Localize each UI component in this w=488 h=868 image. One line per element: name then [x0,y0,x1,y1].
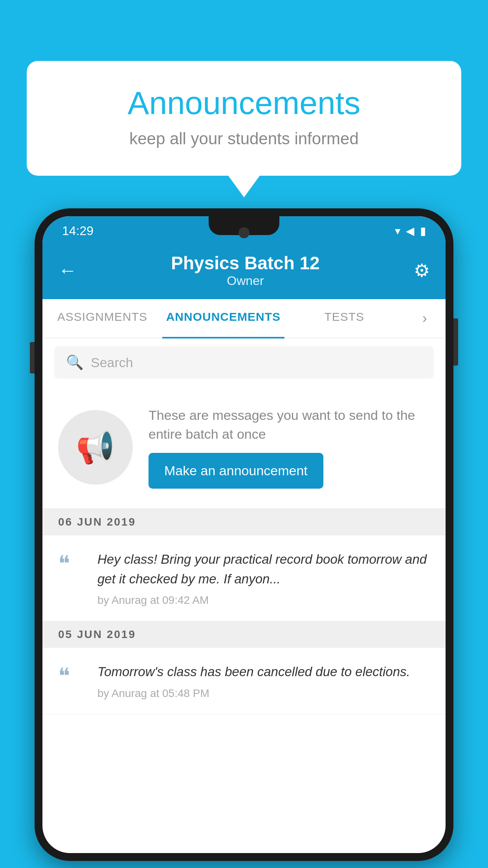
phone-screen: 14:29 ▾ ◀ ▮ ← Physics Batch 12 Owner ⚙ [42,216,446,853]
bubble-title: Announcements [58,85,430,121]
announcement-meta-1: by Anurag at 09:42 AM [97,594,430,607]
megaphone-icon: 📢 [76,429,115,466]
app-bar-title: Physics Batch 12 [171,252,319,274]
app-bar-subtitle: Owner [171,274,319,288]
phone-notch [209,216,279,235]
promo-area: 📢 These are messages you want to send to… [42,386,446,509]
date-separator-2: 05 JUN 2019 [42,621,446,648]
announcement-text-1: Hey class! Bring your practical record b… [97,550,430,588]
signal-icon: ◀ [406,224,415,237]
tab-tests[interactable]: TESTS [284,299,404,338]
app-bar-center: Physics Batch 12 Owner [171,252,319,288]
battery-icon: ▮ [420,224,426,237]
speech-bubble-card: Announcements keep all your students inf… [27,61,461,176]
announcement-item-2[interactable]: ❝ Tomorrow's class has been cancelled du… [42,648,446,714]
search-bar[interactable]: 🔍 Search [54,346,434,379]
phone-camera [238,227,250,238]
wifi-icon: ▾ [395,224,400,237]
quote-icon-1: ❝ [58,551,70,576]
bubble-tail [228,176,260,197]
quote-icon-container-2: ❝ [58,662,86,687]
phone-frame: 14:29 ▾ ◀ ▮ ← Physics Batch 12 Owner ⚙ [35,208,453,861]
announcement-meta-2: by Anurag at 05:48 PM [97,687,430,700]
announcement-item-1[interactable]: ❝ Hey class! Bring your practical record… [42,535,446,621]
promo-description: These are messages you want to send to t… [149,406,430,443]
promo-content: These are messages you want to send to t… [149,406,430,489]
speech-bubble-section: Announcements keep all your students inf… [27,61,461,197]
status-time: 14:29 [62,224,94,238]
bubble-subtitle: keep all your students informed [58,129,430,148]
search-icon: 🔍 [66,354,84,371]
announcement-content-1: Hey class! Bring your practical record b… [97,550,430,607]
settings-icon[interactable]: ⚙ [414,260,430,281]
quote-icon-container-1: ❝ [58,550,86,575]
phone-wrapper: 14:29 ▾ ◀ ▮ ← Physics Batch 12 Owner ⚙ [35,208,453,868]
announcement-text-2: Tomorrow's class has been cancelled due … [97,662,430,682]
date-separator-1: 06 JUN 2019 [42,509,446,535]
tab-announcements[interactable]: ANNOUNCEMENTS [162,299,284,338]
tabs-bar: ASSIGNMENTS ANNOUNCEMENTS TESTS › [42,299,446,338]
tab-more[interactable]: › [404,299,446,338]
phone-button-left [30,342,35,373]
announcement-content-2: Tomorrow's class has been cancelled due … [97,662,430,700]
search-placeholder: Search [91,355,133,370]
phone-button-right [453,318,458,366]
date-label-2: 05 JUN 2019 [58,628,136,641]
quote-icon-2: ❝ [58,664,70,688]
back-button[interactable]: ← [58,259,77,281]
search-container: 🔍 Search [42,338,446,386]
tab-assignments[interactable]: ASSIGNMENTS [42,299,162,338]
app-bar: ← Physics Batch 12 Owner ⚙ [42,243,446,299]
screen-content: 🔍 Search 📢 These are messages you want t… [42,338,446,853]
make-announcement-button[interactable]: Make an announcement [149,453,323,489]
status-icons: ▾ ◀ ▮ [395,224,426,237]
date-label-1: 06 JUN 2019 [58,516,136,528]
megaphone-circle: 📢 [58,410,133,485]
